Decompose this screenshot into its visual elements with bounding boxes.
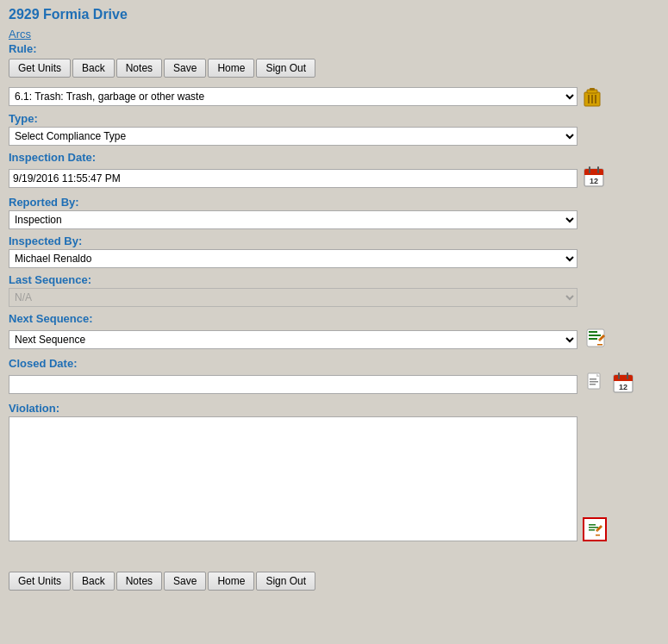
svg-rect-18 [597,344,602,346]
violation-textarea[interactable] [9,416,577,541]
edit-green-icon[interactable] [584,327,607,352]
inspection-date-input[interactable] [9,169,577,188]
reported-by-label: Reported By: [9,196,659,209]
trash-icon[interactable] [581,86,603,107]
back-button-bottom[interactable]: Back [72,572,115,591]
edit-red-icon[interactable] [583,517,607,541]
svg-rect-23 [590,384,596,385]
svg-rect-8 [584,172,603,175]
home-button-bottom[interactable]: Home [208,572,254,591]
svg-rect-2 [590,88,595,91]
notes-button-bottom[interactable]: Notes [116,572,162,591]
svg-rect-32 [589,527,598,528]
type-select[interactable]: Select Compliance Type [9,127,577,146]
get-units-button-bottom[interactable]: Get Units [9,572,71,591]
save-button-top[interactable]: Save [164,59,206,78]
closed-date-input[interactable] [9,375,577,394]
last-sequence-label: Last Sequence: [9,273,659,286]
next-sequence-label: Next Sequence: [9,312,659,325]
last-sequence-select[interactable]: N/A [9,288,577,307]
inspection-date-label: Inspection Date: [9,151,659,164]
back-button-top[interactable]: Back [72,59,115,78]
page-title: 2929 Formia Drive [9,7,659,22]
svg-rect-31 [589,524,596,526]
reported-by-select[interactable]: Inspection [9,210,577,229]
toolbar-bottom: Get Units Back Notes Save Home Sign Out [9,572,659,591]
violation-label: Violation: [9,402,659,415]
get-units-button-top[interactable]: Get Units [9,59,71,78]
svg-rect-15 [589,338,597,340]
toolbar-top: Get Units Back Notes Save Home Sign Out [9,59,659,78]
svg-rect-14 [589,335,601,336]
calendar-closed-icon[interactable]: 12 [612,372,634,397]
svg-rect-22 [590,381,598,383]
save-button-bottom[interactable]: Save [164,572,206,591]
closed-date-label: Closed Date: [9,357,659,370]
notes-button-top[interactable]: Notes [116,59,162,78]
arcs-link[interactable]: Arcs [9,28,31,41]
svg-rect-36 [596,535,600,536]
home-button-top[interactable]: Home [208,59,254,78]
sign-out-button-bottom[interactable]: Sign Out [256,572,315,591]
svg-rect-33 [589,529,595,531]
rule-select[interactable]: 6.1: Trash: Trash, garbage or other wast… [9,87,577,106]
inspected-by-select[interactable]: Michael Renaldo [9,249,577,268]
svg-rect-13 [589,331,597,333]
inspected-by-label: Inspected By: [9,234,659,247]
svg-rect-26 [614,378,633,381]
sign-out-button-top[interactable]: Sign Out [256,59,315,78]
rule-label: Rule: [9,42,659,55]
type-label: Type: [9,112,659,125]
calendar-icon[interactable]: 12 [583,166,605,191]
doc-icon[interactable] [584,372,607,397]
svg-rect-21 [590,378,596,380]
svg-text:12: 12 [590,177,598,185]
svg-text:12: 12 [619,383,627,391]
next-sequence-select[interactable]: Next Sequence [9,330,577,349]
